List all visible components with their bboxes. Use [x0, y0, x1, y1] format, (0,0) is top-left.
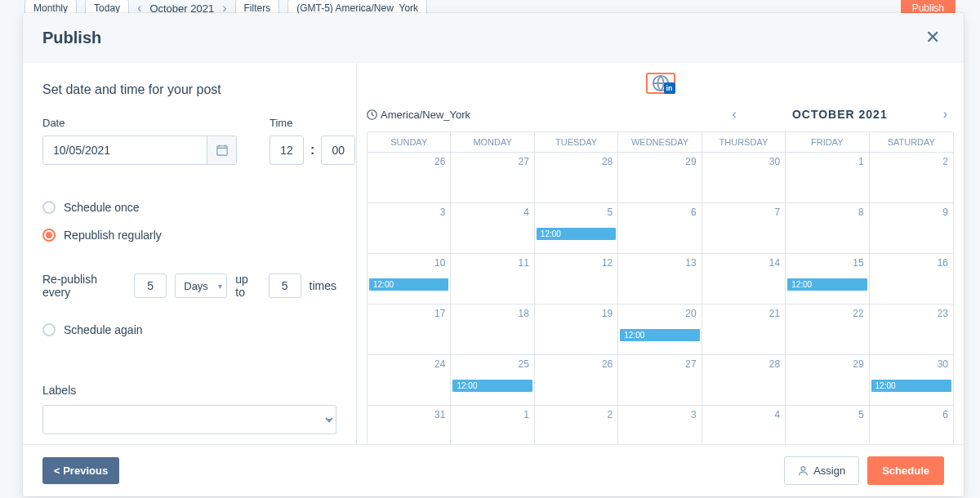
time-label: Time: [270, 117, 355, 129]
day-number: 13: [623, 257, 696, 269]
next-month-button[interactable]: ›: [937, 105, 954, 123]
calendar-cell[interactable]: 5: [786, 406, 869, 444]
calendar-cell[interactable]: 28: [535, 153, 618, 203]
calendar-cell[interactable]: 16: [870, 254, 953, 305]
bg-tz-label: (GMT-5) America/New_York: [296, 2, 418, 14]
date-label: Date: [42, 117, 237, 129]
unit-select[interactable]: Days: [175, 273, 227, 298]
day-number: 31: [372, 409, 445, 420]
calendar-cell[interactable]: 4: [451, 203, 534, 254]
scheduled-event-chip[interactable]: 12:00: [369, 278, 448, 291]
calendar-cell[interactable]: 23: [870, 305, 953, 355]
calendar-cell[interactable]: 11: [451, 254, 534, 305]
day-header: MONDAY: [451, 132, 534, 153]
calendar-cell[interactable]: 22: [786, 305, 869, 355]
scheduled-event-chip[interactable]: 12:00: [871, 380, 951, 392]
calendar-cell[interactable]: 8: [786, 203, 869, 254]
day-header: FRIDAY: [786, 132, 869, 153]
radio-schedule-again[interactable]: Schedule again: [42, 323, 336, 336]
upto-input[interactable]: [269, 273, 301, 298]
calendar-cell[interactable]: 26: [368, 153, 451, 203]
calendar-cell[interactable]: 12: [535, 254, 618, 305]
calendar-cell[interactable]: 31: [368, 406, 451, 444]
modal-body: Set date and time for your post Date Tim…: [23, 63, 964, 444]
calendar-cell[interactable]: 3: [368, 203, 451, 254]
labels-label: Labels: [42, 384, 336, 397]
modal-title: Publish: [42, 29, 101, 47]
date-input-wrapper: [42, 136, 237, 165]
calendar-cell[interactable]: 28: [702, 355, 786, 406]
frequency-input[interactable]: [134, 273, 167, 298]
assign-label: Assign: [813, 465, 845, 477]
calendar-cell[interactable]: 2512:00: [451, 355, 534, 406]
calendar-cell[interactable]: 13: [618, 254, 702, 305]
day-header: THURSDAY: [702, 132, 786, 153]
day-number: 29: [791, 358, 863, 370]
calendar-cell[interactable]: 6: [870, 406, 953, 444]
calendar-cell[interactable]: 30: [702, 153, 786, 203]
calendar-cell[interactable]: 14: [702, 254, 786, 305]
calendar-cell[interactable]: 512:00: [535, 203, 618, 254]
chevron-left-icon: ‹: [733, 107, 737, 121]
day-number: 4: [456, 207, 528, 218]
calendar-cell[interactable]: 18: [451, 305, 534, 355]
calendar-cell[interactable]: 26: [535, 355, 618, 406]
day-number: 11: [456, 257, 528, 269]
prev-month-button[interactable]: ‹: [726, 105, 743, 123]
calendar-cell[interactable]: 1: [786, 153, 869, 203]
day-number: 12: [540, 257, 612, 269]
day-number: 26: [372, 156, 445, 167]
calendar-cell[interactable]: 2012:00: [618, 305, 702, 355]
day-header: TUESDAY: [535, 132, 618, 153]
scheduled-event-chip[interactable]: 12:00: [452, 380, 532, 392]
calendar-cell[interactable]: 3012:00: [870, 355, 953, 406]
date-picker-button[interactable]: [207, 136, 236, 164]
radio-schedule-once[interactable]: Schedule once: [42, 201, 336, 214]
calendar-cell[interactable]: 19: [535, 305, 618, 355]
calendar-cell[interactable]: 27: [618, 355, 702, 406]
account-avatar[interactable]: in: [646, 73, 675, 94]
calendar-cell[interactable]: 21: [702, 305, 786, 355]
previous-button[interactable]: < Previous: [42, 457, 119, 484]
calendar-cell[interactable]: 29: [618, 153, 702, 203]
calendar-cell[interactable]: 27: [451, 153, 534, 203]
calendar-cell[interactable]: 29: [786, 355, 869, 406]
labels-select-wrap: [42, 405, 336, 434]
calendar-cell[interactable]: 2: [870, 153, 953, 203]
radio-once-label: Schedule once: [64, 201, 140, 214]
calendar-cell[interactable]: 1512:00: [786, 254, 869, 305]
calendar-cell[interactable]: 4: [702, 406, 786, 444]
date-input[interactable]: [43, 136, 207, 164]
hour-input[interactable]: [270, 136, 304, 165]
calendar-cell[interactable]: 17: [368, 305, 451, 355]
assign-button[interactable]: Assign: [784, 456, 859, 485]
calendar-cell[interactable]: 9: [870, 203, 953, 254]
times-label: times: [310, 279, 336, 292]
labels-section: Labels: [42, 384, 336, 434]
schedule-type-group: Schedule once Republish regularly: [42, 201, 336, 256]
minute-input[interactable]: [321, 136, 355, 165]
schedule-button[interactable]: Schedule: [867, 456, 944, 485]
days-header-row: SUNDAYMONDAYTUESDAYWEDNESDAYTHURSDAYFRID…: [368, 132, 953, 153]
scheduled-event-chip[interactable]: 12:00: [620, 329, 699, 341]
day-number: 27: [456, 156, 528, 167]
calendar-cell[interactable]: 3: [618, 406, 702, 444]
modal-header: Publish ✕: [23, 13, 964, 63]
calendar-cell[interactable]: 7: [702, 203, 786, 254]
calendar-cell[interactable]: 6: [618, 203, 702, 254]
calendar-cell[interactable]: 2: [535, 406, 618, 444]
scheduled-event-chip[interactable]: 12:00: [537, 228, 616, 240]
date-field-group: Date: [42, 117, 237, 165]
close-button[interactable]: ✕: [921, 26, 944, 49]
calendar-cell[interactable]: 1012:00: [368, 254, 451, 305]
calendar-cell[interactable]: 1: [451, 406, 534, 444]
calendar-cell[interactable]: 24: [368, 355, 451, 406]
labels-select[interactable]: [42, 405, 336, 434]
radio-republish-regularly[interactable]: Republish regularly: [42, 229, 336, 242]
linkedin-badge-icon: in: [664, 82, 675, 94]
day-number: 8: [791, 207, 863, 218]
scheduled-event-chip[interactable]: 12:00: [787, 278, 866, 291]
radio-once-indicator: [42, 201, 56, 214]
day-number: 22: [791, 308, 863, 319]
day-header: SATURDAY: [870, 132, 953, 153]
